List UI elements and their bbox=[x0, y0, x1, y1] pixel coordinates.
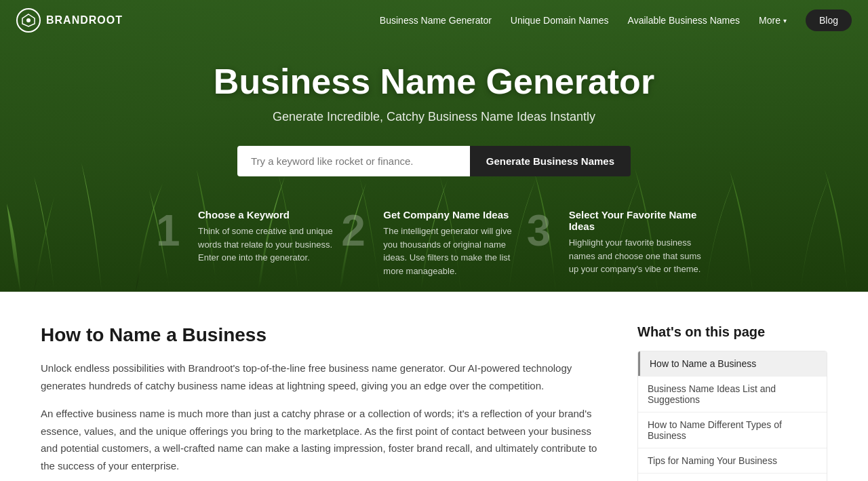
toc-title: What's on this page bbox=[637, 324, 827, 340]
steps-row: 1 Choose a Keyword Think of some creativ… bbox=[129, 209, 739, 277]
main-para-1: Unlock endless possibilities with Brandr… bbox=[41, 360, 610, 394]
search-button[interactable]: Generate Business Names bbox=[470, 146, 631, 176]
hero-section: Business Name Generator Generate Incredi… bbox=[0, 0, 868, 292]
toc-list: How to Name a Business Business Name Ide… bbox=[637, 351, 827, 481]
toc-link-tips[interactable]: Tips for Naming Your Business bbox=[638, 448, 827, 473]
step-2-text: Get Company Name Ideas The intelligent g… bbox=[383, 209, 526, 277]
step-1-number: 1 bbox=[156, 209, 190, 252]
nav-item-blog[interactable]: Blog bbox=[806, 9, 852, 31]
toc-item-how-to-name: How to Name a Business bbox=[638, 351, 827, 377]
step-3-desc: Highlight your favorite business names a… bbox=[569, 236, 712, 276]
step-2-heading: Get Company Name Ideas bbox=[383, 209, 526, 220]
brand-name-text: BRANDROOT bbox=[46, 14, 123, 26]
step-2-number: 2 bbox=[341, 209, 375, 252]
step-3-text: Select Your Favorite Name Ideas Highligh… bbox=[569, 209, 712, 276]
toc-link-by-industry[interactable]: Business Name Generators by Industry bbox=[638, 474, 827, 481]
brand-logo-icon bbox=[16, 8, 41, 33]
navbar: BRANDROOT Business Name Generator Unique… bbox=[0, 0, 868, 41]
toc-item-by-industry: Business Name Generators by Industry bbox=[638, 474, 827, 481]
nav-item-generator[interactable]: Business Name Generator bbox=[380, 15, 492, 26]
toc-item-tips: Tips for Naming Your Business bbox=[638, 448, 827, 474]
step-2-desc: The intelligent generator will give you … bbox=[383, 225, 526, 277]
content-left: How to Name a Business Unlock endless po… bbox=[41, 324, 610, 481]
nav-item-domain-names[interactable]: Unique Domain Names bbox=[511, 15, 609, 26]
hero-content: Business Name Generator Generate Incredi… bbox=[0, 61, 868, 277]
step-3: 3 Select Your Favorite Name Ideas Highli… bbox=[527, 209, 712, 277]
content-right: What's on this page How to Name a Busine… bbox=[637, 324, 827, 481]
search-form: Generate Business Names bbox=[237, 146, 631, 176]
toc-item-different-types: How to Name Different Types of Business bbox=[638, 412, 827, 448]
main-heading: How to Name a Business bbox=[41, 324, 610, 346]
toc-link-how-to-name[interactable]: How to Name a Business bbox=[638, 351, 827, 376]
chevron-down-icon: ▾ bbox=[783, 17, 787, 24]
main-para-2: An effective business name is much more … bbox=[41, 405, 610, 474]
step-1-text: Choose a Keyword Think of some creative … bbox=[198, 209, 341, 265]
step-1: 1 Choose a Keyword Think of some creativ… bbox=[156, 209, 341, 277]
toc-link-different-types[interactable]: How to Name Different Types of Business bbox=[638, 412, 827, 448]
hero-subtitle: Generate Incredible, Catchy Business Nam… bbox=[273, 110, 595, 124]
main-content: How to Name a Business Unlock endless po… bbox=[0, 292, 868, 481]
svg-point-1 bbox=[26, 18, 31, 22]
step-3-heading: Select Your Favorite Name Ideas bbox=[569, 209, 712, 232]
brand-link[interactable]: BRANDROOT bbox=[16, 8, 123, 33]
nav-item-more[interactable]: More ▾ bbox=[759, 15, 787, 26]
nav-links: Business Name Generator Unique Domain Na… bbox=[380, 14, 852, 26]
toc-link-name-ideas[interactable]: Business Name Ideas List and Suggestions bbox=[638, 377, 827, 412]
step-1-heading: Choose a Keyword bbox=[198, 209, 341, 220]
step-1-desc: Think of some creative and unique words … bbox=[198, 225, 341, 265]
nav-item-available-names[interactable]: Available Business Names bbox=[628, 15, 741, 26]
step-3-number: 3 bbox=[527, 209, 561, 252]
toc-item-name-ideas: Business Name Ideas List and Suggestions bbox=[638, 377, 827, 412]
step-2: 2 Get Company Name Ideas The intelligent… bbox=[341, 209, 526, 277]
hero-title: Business Name Generator bbox=[214, 61, 654, 102]
search-input[interactable] bbox=[237, 146, 470, 176]
